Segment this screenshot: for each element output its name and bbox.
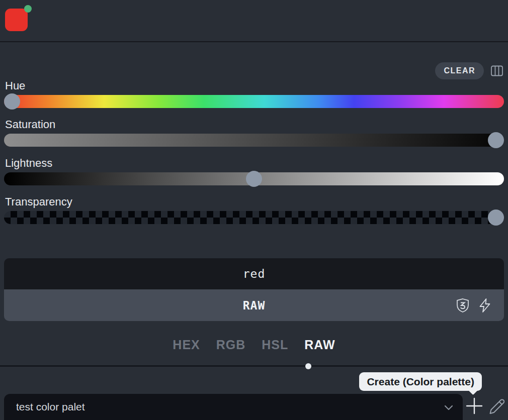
- format-tabs: HEX RGB HSL RAW: [0, 338, 508, 352]
- color-format-value: RAW: [243, 299, 266, 312]
- color-value-panel: red RAW: [4, 258, 504, 321]
- transparency-label: Transparency: [5, 195, 72, 208]
- tab-rgb[interactable]: RGB: [216, 338, 246, 352]
- color-name-display[interactable]: red: [4, 258, 504, 289]
- hue-slider[interactable]: [4, 95, 504, 108]
- palette-name-input[interactable]: [4, 394, 428, 420]
- columns-layout-icon[interactable]: [490, 64, 504, 78]
- hue-track[interactable]: [4, 95, 504, 108]
- tab-hex[interactable]: HEX: [173, 338, 200, 352]
- color-format-row[interactable]: RAW: [4, 289, 504, 321]
- color-picker-panel: CLEAR Hue Saturation Lightness Transpare…: [0, 0, 508, 420]
- saturation-track[interactable]: [4, 134, 504, 147]
- edit-palette-button[interactable]: [488, 398, 505, 414]
- css3-shield-icon[interactable]: [455, 297, 471, 313]
- lightness-slider[interactable]: [4, 172, 504, 185]
- transparency-track[interactable]: [4, 211, 504, 224]
- saturation-label: Saturation: [5, 118, 55, 131]
- saturation-slider[interactable]: [4, 134, 504, 147]
- saturation-slider-handle[interactable]: [488, 132, 504, 148]
- transparency-slider[interactable]: [4, 211, 504, 224]
- top-bar: [0, 0, 508, 42]
- lightning-icon[interactable]: [477, 297, 493, 313]
- create-palette-tooltip: Create (Color palette): [359, 372, 482, 391]
- current-color-swatch-icon[interactable]: [5, 9, 28, 31]
- divider-drag-dot[interactable]: [305, 363, 311, 369]
- palette-name-field[interactable]: [4, 394, 463, 420]
- panel-divider[interactable]: [0, 365, 508, 367]
- clear-button[interactable]: CLEAR: [435, 62, 484, 79]
- lightness-label: Lightness: [5, 157, 52, 170]
- status-dot-icon: [24, 5, 32, 13]
- hue-slider-handle[interactable]: [4, 93, 20, 110]
- color-name-value: red: [243, 267, 266, 280]
- create-palette-button[interactable]: [465, 395, 484, 417]
- tooltip-text: Create (Color palette): [367, 376, 474, 387]
- tab-hsl[interactable]: HSL: [262, 338, 288, 352]
- transparency-slider-handle[interactable]: [488, 209, 504, 226]
- lightness-slider-handle[interactable]: [246, 171, 262, 187]
- tab-raw[interactable]: RAW: [304, 338, 335, 352]
- hue-label: Hue: [5, 79, 25, 92]
- chevron-down-icon[interactable]: [442, 400, 456, 414]
